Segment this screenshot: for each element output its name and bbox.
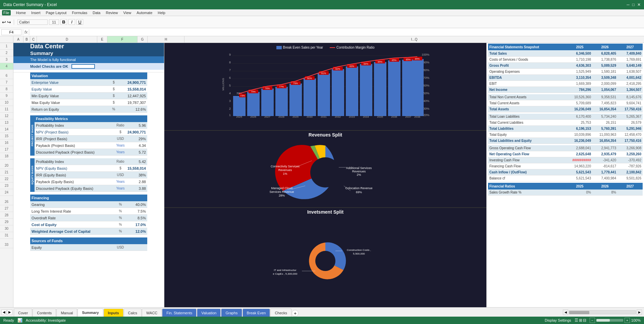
display-settings[interactable]: Display Settings [545,318,571,322]
tab-scroll-left[interactable]: ◀ [1,310,7,315]
fin-row-2: Long Term Interest Rate % 7.5% [30,208,147,215]
ribbon-tabs[interactable]: File Home Insert Page Layout Formulas Da… [0,9,644,16]
val-label-4: Max Equity Value [30,101,110,105]
pie-chart-area: Additional Services Revenues 2% Colocati… [168,139,483,206]
tab-file[interactable]: File [2,10,11,15]
bold-btn[interactable]: B [60,19,67,25]
tab-contents[interactable]: Contents [33,309,56,317]
hscrollbar-thumb[interactable] [569,311,589,314]
tab-help[interactable]: Help [158,11,165,15]
fin-data-row: Net Income 784,296 1,054,067 1,364,507 [488,87,643,93]
svg-text:7: 7 [229,68,231,72]
svg-text:8: 8 [229,61,231,64]
sheet-tabs-bar[interactable]: ◀ ▶ Cover Contents Manual Summary Inputs… [0,307,644,317]
minimize-btn[interactable]: ─ [627,2,630,7]
tab-wacc[interactable]: WACC [142,309,162,317]
undo-btn[interactable]: ↩ [2,19,6,25]
redo-btn[interactable]: ↪ [7,19,11,25]
model-checks-text: Model Checks are OK [30,64,68,68]
tab-review[interactable]: Review [106,11,118,15]
tab-automate[interactable]: Automate [137,11,152,15]
tab-view[interactable]: View [123,11,131,15]
tab-checks[interactable]: Checks [270,309,291,317]
hscroll-right[interactable]: ▶ [637,310,642,315]
sheet-tab-scroll-controls[interactable]: ◀ ▶ [0,310,14,315]
col-header-B[interactable]: B [23,36,30,43]
tab-scroll-right[interactable]: ▶ [7,310,12,315]
tab-fin-statements[interactable]: Fin. Statements [162,309,197,317]
row-spacer-32 [0,239,13,241]
fin-data-row: Total Sales 6,346,500 6,828,405 7,409,84… [488,51,643,57]
spacer-sources [13,235,164,237]
col-header-G[interactable]: G [138,36,148,43]
page-layout-btn[interactable]: ⊞ [579,318,582,323]
col-header-A[interactable]: A [13,36,23,43]
italic-btn[interactable]: I [68,19,75,25]
hscroll-left[interactable]: ◀ [563,310,568,315]
formula-input[interactable] [31,30,643,34]
tab-home[interactable]: Home [16,11,26,15]
maximize-btn[interactable]: □ [632,2,635,7]
tab-data[interactable]: Data [93,11,100,15]
feas-proj-row-4: Payback (Project Basis) Years 4.34 [35,142,147,149]
row-num-11: 11 [0,106,13,113]
svg-text:2026: 2026 [250,115,256,118]
tab-graphs[interactable]: Graphs [221,309,242,317]
bar-chart-svg: 9 8 7 6 5 4 3 2 1 MILLIONS 100% 90% 80% … [168,51,483,118]
col-header-E[interactable]: E [97,36,107,43]
zoom-in-btn[interactable]: + [625,318,630,323]
svg-text:2029: 2029 [292,115,299,118]
tab-summary[interactable]: Summary [77,309,103,317]
row-num-22: 22 [0,176,13,182]
val-value-3: 12,447,925 [117,94,147,98]
feas-eq-unit-4: Years [114,180,127,183]
feas-proj-label-5: Discounted Payback (Project Basis) [35,150,114,154]
col-header-C[interactable]: C [30,36,37,43]
col-header-F[interactable]: F [107,36,138,43]
accessibility-text[interactable]: Accessibility: Investigate [26,318,66,322]
cell-ref-input[interactable]: F4 [1,29,21,35]
fin-year-1: 2025 [567,45,592,49]
fin-data-row: Gross Profit 4,636,303 5,089,529 5,640,1… [488,63,643,69]
tab-page-layout[interactable]: Page Layout [46,11,67,15]
scrollbar-controls[interactable]: ◀ ▶ [563,310,644,315]
model-status-text: The Model is fully functional [30,58,76,62]
tab-insert[interactable]: Insert [31,11,41,15]
model-checks-row: Model Checks are OK [13,63,164,70]
close-btn[interactable]: ✕ [637,2,641,7]
val-unit-1: $ [110,80,117,84]
tab-valuation[interactable]: Valuation [197,309,221,317]
sheet-tabs-list: Cover Contents Manual Summary Inputs Cal… [14,308,563,317]
zoom-slider[interactable] [596,319,623,322]
add-sheet-btn[interactable]: + [292,310,299,317]
zoom-out-btn[interactable]: − [590,318,595,323]
svg-text:Revenues: Revenues [352,170,366,173]
font-name[interactable]: Calibri [17,19,48,25]
fin-snapshot-title: Financial Statements Snapshot [488,45,567,49]
tab-formulas[interactable]: Formulas [72,11,87,15]
window-controls[interactable]: ─ □ ✕ [627,2,641,7]
tab-calcs[interactable]: Calcs [124,309,142,317]
tab-break-even[interactable]: Break Even [243,309,270,317]
feas-eq-row-3: IRR (Equity Basis) USD 38% [35,172,147,178]
font-size[interactable]: 11 [49,19,59,25]
page-break-btn[interactable]: ⊟ [583,318,586,323]
svg-rect-49 [332,69,344,116]
col-header-rest[interactable]: I...Q [184,36,644,43]
col-header-H[interactable]: H [148,36,184,43]
spacer-feas [13,113,164,115]
underline-btn[interactable]: U [76,19,83,25]
col-header-D[interactable]: D [37,36,97,43]
fin-label-2: Long Term Interest Rate [30,209,114,213]
tab-manual[interactable]: Manual [56,309,77,317]
hscrollbar-track[interactable] [569,310,636,314]
investment-svg: Construction Costs , 5,500,000 IT and In… [262,241,389,281]
tab-inputs[interactable]: Inputs [104,309,123,317]
normal-view-btn[interactable]: ☰ [575,318,578,323]
tab-cover[interactable]: Cover [14,309,32,317]
svg-text:70%: 70% [423,76,429,79]
val-label-5: Return on Equity [30,107,110,111]
formula-bar: F4 fx [0,28,644,36]
svg-text:77%: 77% [279,86,284,88]
view-controls: ☰ ⊞ ⊟ [575,318,586,323]
